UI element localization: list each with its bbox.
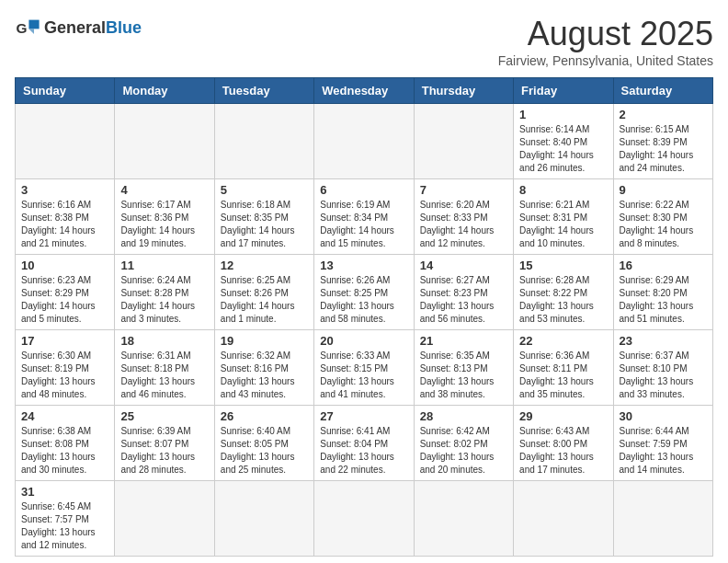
day-number: 28 — [420, 409, 507, 423]
day-number: 30 — [620, 409, 707, 423]
month-title: August 2025 — [498, 15, 713, 53]
logo-general: General — [44, 18, 106, 37]
day-number: 14 — [420, 259, 507, 272]
logo-blue: Blue — [106, 18, 142, 37]
calendar-day-cell: 4Sunrise: 6:17 AM Sunset: 8:36 PM Daylig… — [115, 179, 214, 255]
day-number: 9 — [620, 183, 707, 197]
day-info: Sunrise: 6:22 AM Sunset: 8:30 PM Dayligh… — [620, 199, 707, 250]
day-info: Sunrise: 6:15 AM Sunset: 8:39 PM Dayligh… — [620, 123, 707, 175]
day-info: Sunrise: 6:19 AM Sunset: 8:34 PM Dayligh… — [320, 199, 407, 250]
day-info: Sunrise: 6:37 AM Sunset: 8:10 PM Dayligh… — [620, 350, 707, 401]
calendar-day-cell: 12Sunrise: 6:25 AM Sunset: 8:26 PM Dayli… — [214, 255, 313, 330]
calendar-week-row: 17Sunrise: 6:30 AM Sunset: 8:19 PM Dayli… — [16, 330, 713, 406]
day-number: 18 — [120, 334, 208, 348]
day-info: Sunrise: 6:14 AM Sunset: 8:40 PM Dayligh… — [519, 123, 607, 175]
col-monday: Monday — [115, 78, 214, 104]
title-area: August 2025 Fairview, Pennsylvania, Unit… — [498, 15, 713, 68]
calendar-day-cell: 7Sunrise: 6:20 AM Sunset: 8:33 PM Daylig… — [414, 179, 513, 255]
day-info: Sunrise: 6:42 AM Sunset: 8:02 PM Dayligh… — [420, 425, 507, 477]
calendar-day-cell: 24Sunrise: 6:38 AM Sunset: 8:08 PM Dayli… — [16, 406, 115, 481]
day-info: Sunrise: 6:20 AM Sunset: 8:33 PM Dayligh… — [420, 199, 507, 250]
calendar-day-cell: 21Sunrise: 6:35 AM Sunset: 8:13 PM Dayli… — [414, 330, 513, 406]
calendar-day-cell: 25Sunrise: 6:39 AM Sunset: 8:07 PM Dayli… — [115, 406, 214, 481]
calendar-day-cell: 29Sunrise: 6:43 AM Sunset: 8:00 PM Dayli… — [514, 406, 613, 481]
day-info: Sunrise: 6:41 AM Sunset: 8:04 PM Dayligh… — [320, 425, 407, 477]
col-wednesday: Wednesday — [314, 78, 414, 104]
day-number: 10 — [21, 259, 108, 272]
calendar-table: Sunday Monday Tuesday Wednesday Thursday… — [15, 77, 713, 557]
day-number: 27 — [320, 409, 407, 423]
day-info: Sunrise: 6:26 AM Sunset: 8:25 PM Dayligh… — [320, 274, 407, 326]
day-info: Sunrise: 6:39 AM Sunset: 8:07 PM Dayligh… — [120, 425, 208, 477]
day-number: 19 — [221, 334, 308, 348]
calendar-day-cell — [214, 104, 313, 179]
calendar-week-row: 3Sunrise: 6:16 AM Sunset: 8:38 PM Daylig… — [16, 179, 713, 255]
calendar-day-cell: 23Sunrise: 6:37 AM Sunset: 8:10 PM Dayli… — [613, 330, 712, 406]
location-title: Fairview, Pennsylvania, United States — [498, 53, 713, 68]
calendar-day-cell — [115, 481, 214, 557]
calendar-day-cell — [314, 481, 414, 557]
day-number: 24 — [21, 409, 108, 423]
calendar-day-cell: 16Sunrise: 6:29 AM Sunset: 8:20 PM Dayli… — [613, 255, 712, 330]
day-number: 25 — [120, 409, 208, 423]
logo-icon: G — [15, 15, 40, 40]
calendar-day-cell — [314, 104, 414, 179]
day-number: 29 — [519, 409, 607, 423]
day-info: Sunrise: 6:24 AM Sunset: 8:28 PM Dayligh… — [120, 274, 208, 326]
day-number: 20 — [320, 334, 407, 348]
day-info: Sunrise: 6:30 AM Sunset: 8:19 PM Dayligh… — [21, 350, 108, 401]
svg-marker-1 — [28, 20, 39, 29]
logo: G GeneralBlue — [15, 15, 142, 40]
day-number: 15 — [519, 259, 607, 272]
day-number: 16 — [620, 259, 707, 272]
day-number: 8 — [519, 183, 607, 197]
day-info: Sunrise: 6:21 AM Sunset: 8:31 PM Dayligh… — [519, 199, 607, 250]
calendar-week-row: 1Sunrise: 6:14 AM Sunset: 8:40 PM Daylig… — [16, 104, 713, 179]
day-info: Sunrise: 6:45 AM Sunset: 7:57 PM Dayligh… — [21, 500, 108, 552]
day-info: Sunrise: 6:23 AM Sunset: 8:29 PM Dayligh… — [21, 274, 108, 326]
day-info: Sunrise: 6:43 AM Sunset: 8:00 PM Dayligh… — [519, 425, 607, 477]
day-info: Sunrise: 6:29 AM Sunset: 8:20 PM Dayligh… — [620, 274, 707, 326]
day-info: Sunrise: 6:44 AM Sunset: 7:59 PM Dayligh… — [620, 425, 707, 477]
col-friday: Friday — [514, 78, 613, 104]
day-info: Sunrise: 6:18 AM Sunset: 8:35 PM Dayligh… — [221, 199, 308, 250]
day-info: Sunrise: 6:31 AM Sunset: 8:18 PM Dayligh… — [120, 350, 208, 401]
col-saturday: Saturday — [613, 78, 712, 104]
day-number: 22 — [519, 334, 607, 348]
calendar-day-cell: 9Sunrise: 6:22 AM Sunset: 8:30 PM Daylig… — [613, 179, 712, 255]
calendar-day-cell: 30Sunrise: 6:44 AM Sunset: 7:59 PM Dayli… — [613, 406, 712, 481]
calendar-day-cell: 11Sunrise: 6:24 AM Sunset: 8:28 PM Dayli… — [115, 255, 214, 330]
day-number: 11 — [120, 259, 208, 272]
svg-text:G: G — [16, 20, 27, 36]
day-number: 31 — [21, 485, 108, 499]
calendar-day-cell: 14Sunrise: 6:27 AM Sunset: 8:23 PM Dayli… — [414, 255, 513, 330]
calendar-day-cell: 19Sunrise: 6:32 AM Sunset: 8:16 PM Dayli… — [214, 330, 313, 406]
svg-marker-2 — [28, 29, 34, 34]
calendar-week-row: 10Sunrise: 6:23 AM Sunset: 8:29 PM Dayli… — [16, 255, 713, 330]
col-sunday: Sunday — [16, 78, 115, 104]
day-number: 21 — [420, 334, 507, 348]
day-number: 26 — [221, 409, 308, 423]
calendar-day-cell: 31Sunrise: 6:45 AM Sunset: 7:57 PM Dayli… — [16, 481, 115, 557]
calendar-day-cell: 17Sunrise: 6:30 AM Sunset: 8:19 PM Dayli… — [16, 330, 115, 406]
calendar-day-cell: 13Sunrise: 6:26 AM Sunset: 8:25 PM Dayli… — [314, 255, 414, 330]
day-number: 5 — [221, 183, 308, 197]
calendar-week-row: 24Sunrise: 6:38 AM Sunset: 8:08 PM Dayli… — [16, 406, 713, 481]
day-number: 13 — [320, 259, 407, 272]
calendar-week-row: 31Sunrise: 6:45 AM Sunset: 7:57 PM Dayli… — [16, 481, 713, 557]
calendar-day-cell: 22Sunrise: 6:36 AM Sunset: 8:11 PM Dayli… — [514, 330, 613, 406]
calendar-day-cell: 5Sunrise: 6:18 AM Sunset: 8:35 PM Daylig… — [214, 179, 313, 255]
day-info: Sunrise: 6:16 AM Sunset: 8:38 PM Dayligh… — [21, 199, 108, 250]
calendar-day-cell: 27Sunrise: 6:41 AM Sunset: 8:04 PM Dayli… — [314, 406, 414, 481]
calendar-day-cell: 2Sunrise: 6:15 AM Sunset: 8:39 PM Daylig… — [613, 104, 712, 179]
day-info: Sunrise: 6:40 AM Sunset: 8:05 PM Dayligh… — [221, 425, 308, 477]
calendar-day-cell: 8Sunrise: 6:21 AM Sunset: 8:31 PM Daylig… — [514, 179, 613, 255]
day-number: 2 — [620, 108, 707, 121]
calendar-day-cell: 18Sunrise: 6:31 AM Sunset: 8:18 PM Dayli… — [115, 330, 214, 406]
calendar-day-cell — [613, 481, 712, 557]
day-number: 17 — [21, 334, 108, 348]
day-info: Sunrise: 6:33 AM Sunset: 8:15 PM Dayligh… — [320, 350, 407, 401]
day-info: Sunrise: 6:25 AM Sunset: 8:26 PM Dayligh… — [221, 274, 308, 326]
calendar-day-cell: 28Sunrise: 6:42 AM Sunset: 8:02 PM Dayli… — [414, 406, 513, 481]
calendar-day-cell: 26Sunrise: 6:40 AM Sunset: 8:05 PM Dayli… — [214, 406, 313, 481]
